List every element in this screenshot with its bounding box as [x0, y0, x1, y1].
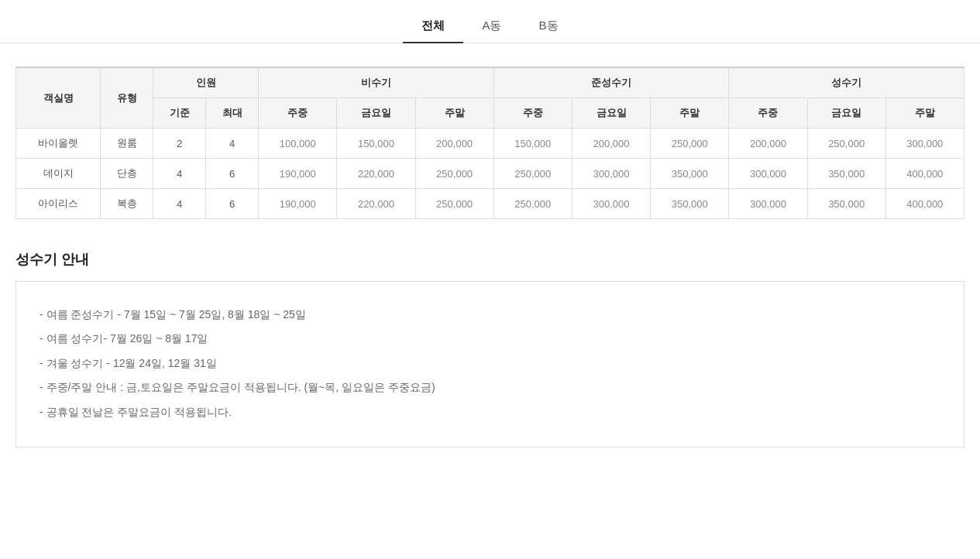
cell-type: 단층 [101, 159, 153, 189]
header-off-season: 비수기 [259, 67, 494, 98]
cell-mid-friday: 300,000 [572, 189, 650, 219]
cell-off-friday: 150,000 [337, 129, 415, 159]
header-standard: 기준 [153, 98, 206, 129]
header-off-friday: 금요일 [337, 98, 415, 129]
cell-type: 복층 [101, 189, 153, 219]
header-type: 유형 [101, 67, 153, 129]
cell-peak-weekday: 200,000 [729, 129, 807, 159]
cell-peak-weekend: 300,000 [885, 129, 964, 159]
cell-max: 6 [206, 159, 259, 189]
header-mid-weekday: 주중 [493, 98, 572, 129]
cell-peak-weekend: 400,000 [885, 189, 964, 219]
cell-room-name: 데이지 [16, 159, 101, 189]
cell-peak-weekend: 400,000 [885, 159, 964, 189]
cell-off-weekend: 250,000 [415, 159, 493, 189]
header-max: 최대 [206, 98, 259, 129]
header-off-weekend: 주말 [415, 98, 493, 129]
price-table: 객실명 유형 인원 비수기 준성수기 성수기 기준 최대 주중 금요일 주말 주… [15, 67, 965, 219]
cell-mid-weekday: 250,000 [493, 189, 572, 219]
notice-line: - 여름 성수기- 7월 26일 ~ 8월 17일 [40, 328, 940, 350]
cell-off-weekend: 200,000 [415, 129, 493, 159]
cell-off-weekend: 250,000 [415, 189, 493, 219]
cell-room-name: 바이올렛 [16, 129, 101, 159]
notice-line: - 공휴일 전날은 주말요금이 적용됩니다. [40, 401, 940, 424]
header-room-name: 객실명 [16, 67, 101, 129]
header-mid-weekend: 주말 [651, 98, 729, 129]
header-people: 인원 [153, 67, 259, 98]
header-peak-weekday: 주중 [729, 98, 807, 129]
cell-peak-weekday: 300,000 [729, 189, 807, 219]
cell-peak-friday: 250,000 [807, 129, 885, 159]
cell-mid-weekday: 150,000 [493, 129, 572, 159]
notice-line: - 주중/주말 안내 : 금,토요일은 주말요금이 적용됩니다. (월~목, 일… [40, 376, 940, 399]
cell-room-name: 아이리스 [16, 189, 101, 219]
notice-line: - 여름 준성수기 - 7월 15일 ~ 7월 25일, 8월 18일 ~ 25… [40, 304, 940, 326]
cell-mid-weekend: 350,000 [651, 189, 729, 219]
cell-off-friday: 220,000 [337, 159, 415, 189]
section-notice: 성수기 안내 - 여름 준성수기 - 7월 15일 ~ 7월 25일, 8월 1… [15, 250, 965, 448]
table-row: 바이올렛 원룸 2 4 100,000 150,000 200,000 150,… [16, 129, 965, 159]
main-content: 객실명 유형 인원 비수기 준성수기 성수기 기준 최대 주중 금요일 주말 주… [0, 67, 980, 448]
cell-peak-friday: 350,000 [807, 189, 885, 219]
cell-peak-friday: 350,000 [807, 159, 885, 189]
cell-mid-friday: 300,000 [572, 159, 650, 189]
header-mid-friday: 금요일 [572, 98, 650, 129]
cell-mid-weekend: 250,000 [651, 129, 729, 159]
tab-전체[interactable]: 전체 [403, 12, 463, 43]
header-mid-season: 준성수기 [493, 67, 729, 98]
cell-mid-friday: 200,000 [572, 129, 650, 159]
cell-off-weekday: 190,000 [259, 159, 337, 189]
cell-peak-weekday: 300,000 [729, 159, 807, 189]
header-peak-season: 성수기 [729, 67, 965, 98]
cell-off-weekday: 100,000 [259, 129, 337, 159]
cell-mid-weekday: 250,000 [493, 159, 572, 189]
header-peak-weekend: 주말 [885, 98, 964, 129]
cell-mid-weekend: 350,000 [651, 159, 729, 189]
cell-off-weekday: 190,000 [259, 189, 337, 219]
header-off-weekday: 주중 [259, 98, 337, 129]
cell-type: 원룸 [101, 129, 153, 159]
notice-box: - 여름 준성수기 - 7월 15일 ~ 7월 25일, 8월 18일 ~ 25… [15, 281, 965, 448]
cell-standard: 4 [153, 189, 206, 219]
cell-standard: 4 [153, 159, 206, 189]
cell-max: 6 [206, 189, 259, 219]
tabs-container: 전체 A동 B동 [0, 0, 980, 43]
cell-standard: 2 [153, 129, 206, 159]
cell-max: 4 [206, 129, 259, 159]
notice-line: - 겨울 성수기 - 12월 24일, 12월 31일 [40, 352, 940, 375]
table-row: 데이지 단층 4 6 190,000 220,000 250,000 250,0… [16, 159, 965, 189]
cell-off-friday: 220,000 [337, 189, 415, 219]
tab-B동[interactable]: B동 [521, 12, 577, 43]
tab-A동[interactable]: A동 [463, 12, 520, 43]
header-peak-friday: 금요일 [807, 98, 885, 129]
notice-title: 성수기 안내 [15, 250, 965, 269]
table-row: 아이리스 복층 4 6 190,000 220,000 250,000 250,… [16, 189, 965, 219]
